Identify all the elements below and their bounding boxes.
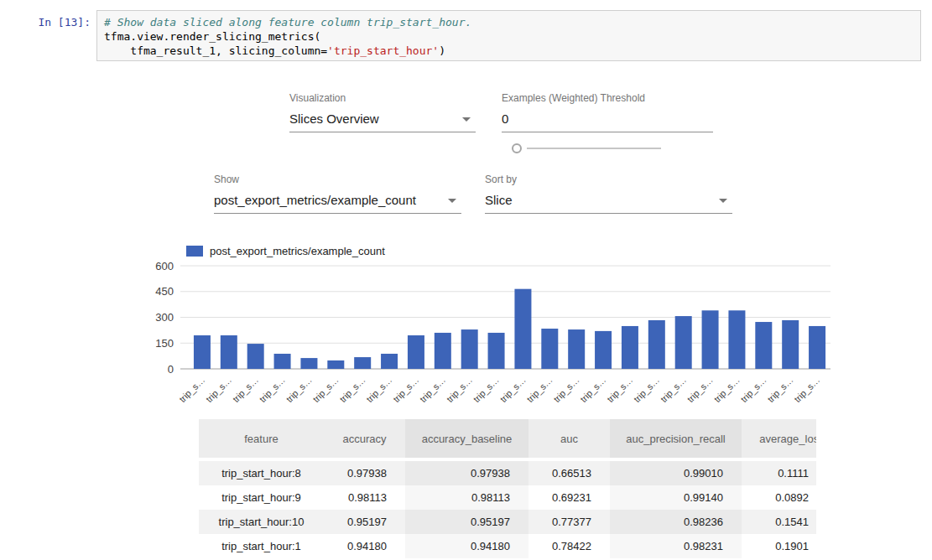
metric-cell: 0.98236 bbox=[610, 510, 742, 534]
bar[interactable] bbox=[755, 322, 772, 369]
metric-cell: 0.1111 bbox=[742, 461, 816, 485]
code-cell[interactable]: # Show data sliced along feature column … bbox=[96, 10, 921, 61]
metric-cell: 0.98231 bbox=[610, 534, 742, 558]
metric-cell: 0.95197 bbox=[324, 510, 405, 534]
feature-cell: trip_start_hour:1 bbox=[199, 534, 324, 558]
visualization-select[interactable]: Slices Overview bbox=[289, 106, 476, 132]
y-axis-tick: 450 bbox=[155, 285, 174, 298]
table-header-row: featureaccuracyaccuracy_baselineaucauc_p… bbox=[199, 419, 816, 461]
x-axis-label: trip_s… bbox=[498, 375, 528, 404]
bar[interactable] bbox=[595, 331, 612, 369]
x-axis-label: trip_s… bbox=[471, 375, 501, 404]
bar[interactable] bbox=[194, 335, 211, 369]
slider-track bbox=[527, 148, 661, 149]
x-axis-label: trip_s… bbox=[738, 375, 768, 404]
visualization-control: Visualization Slices Overview bbox=[289, 92, 476, 132]
metric-cell: 0.78422 bbox=[528, 534, 610, 558]
x-axis-label: trip_s… bbox=[391, 375, 420, 404]
bar[interactable] bbox=[782, 320, 799, 369]
bar[interactable] bbox=[408, 335, 424, 369]
show-control: Show post_export_metrics/example_count bbox=[214, 174, 461, 214]
bar[interactable] bbox=[461, 329, 478, 369]
x-axis-label: trip_s… bbox=[685, 375, 715, 404]
table-row[interactable]: trip_start_hour:90.981130.981130.692310.… bbox=[199, 485, 816, 510]
column-header-accuracy_baseline[interactable]: accuracy_baseline bbox=[405, 419, 528, 461]
metric-cell: 0.99140 bbox=[610, 485, 742, 510]
bar[interactable] bbox=[354, 357, 371, 369]
column-header-auc[interactable]: auc bbox=[528, 419, 610, 461]
code-line-3: tfma_result_1, slicing_column='trip_star… bbox=[104, 44, 914, 58]
x-axis-label: trip_s… bbox=[177, 375, 206, 404]
bar[interactable] bbox=[622, 326, 638, 369]
x-axis-label: trip_s… bbox=[418, 375, 447, 404]
metric-cell: 0.1541 bbox=[742, 510, 816, 534]
bar[interactable] bbox=[381, 354, 398, 369]
bar[interactable] bbox=[675, 316, 692, 369]
table-row[interactable]: trip_start_hour:80.979380.979380.665130.… bbox=[199, 461, 816, 485]
x-axis-label: trip_s… bbox=[364, 375, 393, 404]
notebook-page: In [13]: # Show data sliced along featur… bbox=[0, 0, 932, 560]
metric-cell: 0.98113 bbox=[324, 485, 405, 510]
metric-cell: 0.97938 bbox=[324, 461, 405, 485]
x-axis-label: trip_s… bbox=[632, 375, 661, 404]
x-axis-label: trip_s… bbox=[765, 375, 794, 404]
slider-knob[interactable] bbox=[512, 143, 522, 153]
y-axis-tick: 600 bbox=[155, 260, 174, 272]
code-line-2: tfma.view.render_slicing_metrics( bbox=[104, 29, 914, 44]
bar[interactable] bbox=[809, 326, 825, 369]
code-string: 'trip_start_hour' bbox=[327, 44, 439, 57]
show-value: post_export_metrics/example_count bbox=[214, 193, 416, 207]
bar[interactable] bbox=[648, 320, 665, 369]
bar-chart: 0150300450600trip_s…trip_s…trip_s…trip_s… bbox=[155, 251, 839, 415]
bar[interactable] bbox=[327, 360, 344, 369]
y-axis-tick: 150 bbox=[155, 337, 174, 350]
bar[interactable] bbox=[728, 310, 745, 369]
x-axis-label: trip_s… bbox=[204, 375, 233, 404]
column-header-accuracy[interactable]: accuracy bbox=[324, 419, 405, 461]
metric-cell: 0.66513 bbox=[528, 461, 610, 485]
show-select[interactable]: post_export_metrics/example_count bbox=[214, 188, 461, 214]
x-axis-label: trip_s… bbox=[524, 375, 554, 404]
metric-cell: 0.97938 bbox=[405, 461, 528, 485]
bar[interactable] bbox=[514, 289, 531, 369]
bar[interactable] bbox=[274, 354, 291, 369]
threshold-slider[interactable] bbox=[507, 143, 663, 154]
column-header-auc_precision_recall[interactable]: auc_precision_recall bbox=[610, 419, 742, 461]
feature-cell: trip_start_hour:8 bbox=[199, 461, 324, 485]
metric-cell: 0.98113 bbox=[405, 485, 528, 510]
y-axis-tick: 300 bbox=[155, 311, 174, 324]
y-axis-tick: 0 bbox=[168, 363, 174, 376]
metric-cell: 0.99010 bbox=[610, 461, 742, 485]
x-axis-label: trip_s… bbox=[337, 375, 367, 404]
show-label: Show bbox=[214, 174, 461, 185]
metric-cell: 0.1901 bbox=[742, 534, 816, 558]
bar[interactable] bbox=[702, 310, 719, 369]
chevron-down-icon bbox=[462, 117, 471, 122]
x-axis-label: trip_s… bbox=[792, 375, 821, 404]
bar[interactable] bbox=[247, 344, 264, 369]
sort-select[interactable]: Slice bbox=[485, 188, 732, 214]
x-axis-label: trip_s… bbox=[578, 375, 607, 404]
metric-cell: 0.0892 bbox=[742, 485, 816, 510]
bar[interactable] bbox=[435, 333, 451, 369]
bar[interactable] bbox=[541, 329, 558, 369]
threshold-input[interactable] bbox=[502, 106, 713, 132]
x-axis-label: trip_s… bbox=[310, 375, 340, 404]
code-text: ) bbox=[439, 44, 445, 57]
column-header-feature[interactable]: feature bbox=[199, 419, 324, 461]
metric-cell: 0.94180 bbox=[324, 534, 405, 558]
code-comment: # Show data sliced along feature column … bbox=[104, 15, 914, 29]
bar[interactable] bbox=[568, 329, 585, 369]
bar[interactable] bbox=[300, 358, 317, 369]
metric-cell: 0.95197 bbox=[405, 510, 528, 534]
x-axis-label: trip_s… bbox=[659, 375, 688, 404]
metric-cell: 0.94180 bbox=[405, 534, 528, 558]
bar[interactable] bbox=[488, 333, 505, 369]
sort-control: Sort by Slice bbox=[485, 174, 732, 214]
table-row[interactable]: trip_start_hour:10.941800.941800.784220.… bbox=[199, 534, 816, 558]
sort-value: Slice bbox=[485, 193, 513, 207]
visualization-label: Visualization bbox=[289, 92, 476, 104]
column-header-average_loss[interactable]: average_loss bbox=[742, 419, 816, 461]
table-row[interactable]: trip_start_hour:100.951970.951970.773770… bbox=[199, 510, 816, 534]
bar[interactable] bbox=[221, 335, 237, 369]
